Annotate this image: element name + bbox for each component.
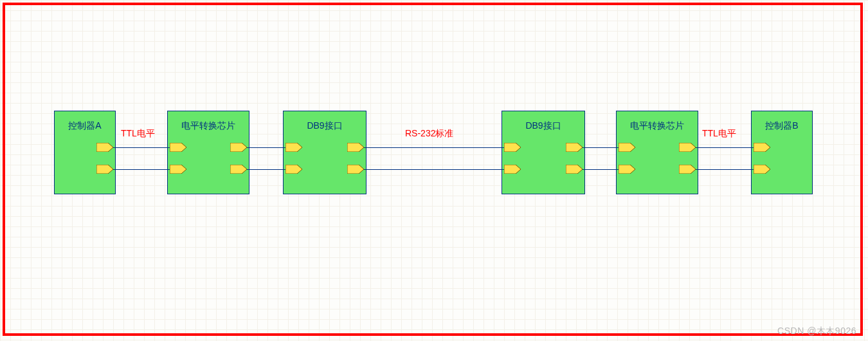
link-label-ttl-right: TTL电平 <box>702 128 736 140</box>
wire <box>247 147 285 148</box>
wire <box>583 169 619 170</box>
svg-marker-19 <box>754 165 770 174</box>
pin-icon <box>679 165 696 174</box>
svg-marker-15 <box>619 165 635 174</box>
pin-icon <box>566 143 583 152</box>
pin-icon <box>285 143 302 152</box>
block-title: DB9接口 <box>284 120 366 132</box>
pin-icon <box>754 165 770 174</box>
svg-marker-4 <box>230 143 247 152</box>
block-controller-b: 控制器B <box>751 111 813 194</box>
link-label-ttl-left: TTL电平 <box>121 128 155 140</box>
svg-marker-12 <box>566 143 583 152</box>
block-controller-a: 控制器A <box>54 111 116 194</box>
block-level-converter-left: 电平转换芯片 <box>167 111 249 194</box>
svg-marker-8 <box>347 143 364 152</box>
svg-marker-6 <box>285 143 302 152</box>
pin-icon <box>619 165 635 174</box>
block-level-converter-right: 电平转换芯片 <box>616 111 698 194</box>
svg-marker-3 <box>170 165 186 174</box>
wire <box>583 147 619 148</box>
svg-marker-11 <box>504 165 521 174</box>
svg-marker-0 <box>96 143 113 152</box>
svg-marker-14 <box>619 143 635 152</box>
svg-marker-5 <box>230 165 247 174</box>
block-title: 控制器B <box>752 120 812 132</box>
wire <box>364 147 504 148</box>
block-title: 电平转换芯片 <box>617 120 698 132</box>
svg-marker-2 <box>170 143 186 152</box>
wire <box>696 169 754 170</box>
link-label-rs232: RS-232标准 <box>405 128 453 140</box>
block-title: 电平转换芯片 <box>168 120 249 132</box>
pin-icon <box>170 143 186 152</box>
pin-icon <box>96 143 113 152</box>
block-db9-left: DB9接口 <box>283 111 366 194</box>
svg-marker-16 <box>679 143 696 152</box>
svg-marker-7 <box>285 165 302 174</box>
pin-icon <box>679 143 696 152</box>
pin-icon <box>230 165 247 174</box>
pin-icon <box>96 165 113 174</box>
wire <box>696 147 754 148</box>
pin-icon <box>347 165 364 174</box>
pin-icon <box>285 165 302 174</box>
svg-marker-9 <box>347 165 364 174</box>
wire <box>364 169 504 170</box>
wire <box>113 147 170 148</box>
wire <box>247 169 285 170</box>
pin-icon <box>504 165 521 174</box>
block-db9-right: DB9接口 <box>502 111 585 194</box>
svg-marker-10 <box>504 143 521 152</box>
pin-icon <box>566 165 583 174</box>
svg-marker-13 <box>566 165 583 174</box>
watermark: CSDN @木木9026 <box>777 326 856 337</box>
svg-marker-17 <box>679 165 696 174</box>
pin-icon <box>754 143 770 152</box>
wire <box>113 169 170 170</box>
pin-icon <box>170 165 186 174</box>
pin-icon <box>619 143 635 152</box>
svg-marker-18 <box>754 143 770 152</box>
pin-icon <box>504 143 521 152</box>
block-title: 控制器A <box>55 120 115 132</box>
block-title: DB9接口 <box>502 120 584 132</box>
pin-icon <box>230 143 247 152</box>
svg-marker-1 <box>96 165 113 174</box>
pin-icon <box>347 143 364 152</box>
